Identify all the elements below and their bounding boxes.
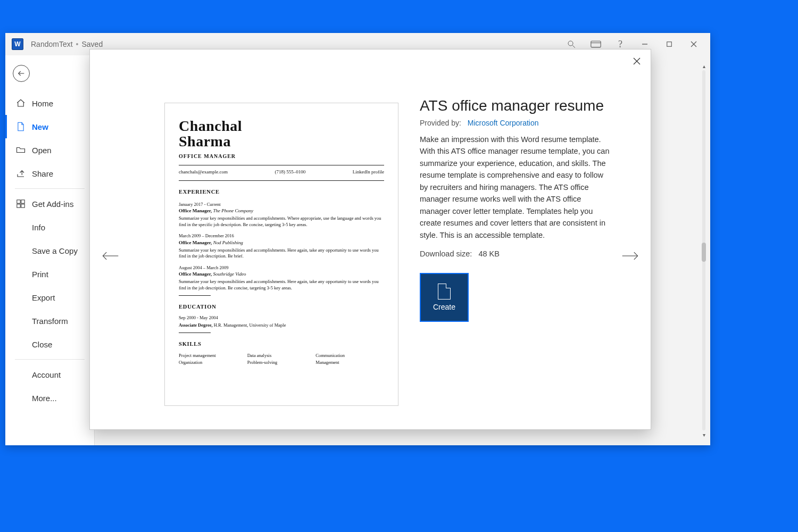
- resume-section-experience: EXPERIENCE: [179, 188, 384, 196]
- resume-skill: Data analysis: [247, 353, 316, 359]
- resume-job-title: Office Manager,: [179, 240, 212, 245]
- resume-skill: Project management: [179, 353, 247, 359]
- backstage-sidebar: Home New Open Share Get Add-ins Info Sav…: [5, 55, 95, 445]
- download-size-value: 48 KB: [478, 250, 500, 258]
- resume-edu-degree: Associate Degree,: [179, 322, 213, 328]
- download-size-label: Download size:: [420, 250, 472, 258]
- sidebar-item-account[interactable]: Account: [5, 363, 94, 386]
- next-template-button[interactable]: [621, 246, 640, 265]
- resume-job-dates: March 2009 – December 2016: [179, 233, 384, 239]
- resume-name-line1: Chanchal: [179, 118, 384, 134]
- resume-section-skills: SKILLS: [179, 340, 384, 348]
- sidebar-item-close[interactable]: Close: [5, 332, 94, 356]
- resume-phone: (718) 555–0100: [275, 169, 306, 175]
- svg-rect-5: [667, 42, 672, 47]
- template-preview-thumbnail: Chanchal Sharma OFFICE MANAGER chanchals…: [164, 103, 398, 406]
- dialog-close-button[interactable]: [629, 54, 644, 69]
- previous-template-button[interactable]: [101, 246, 120, 265]
- sidebar-item-new[interactable]: New: [5, 115, 94, 138]
- sidebar-item-save-copy[interactable]: Save a Copy: [5, 239, 94, 262]
- resume-job-dates: August 2004 – March 2009: [179, 265, 384, 271]
- svg-rect-13: [21, 204, 24, 207]
- titlebar-separator: •: [76, 40, 79, 48]
- sidebar-label-new: New: [32, 122, 48, 131]
- document-name[interactable]: RandomText: [31, 40, 73, 48]
- provided-by-label: Provided by:: [420, 119, 461, 127]
- resume-job: January 2017 - Current Office Manager, T…: [179, 202, 384, 228]
- svg-rect-11: [21, 200, 24, 203]
- resume-job-company: Nod Publishing: [213, 240, 243, 245]
- create-button-label: Create: [433, 303, 455, 311]
- sidebar-item-get-addins[interactable]: Get Add-ins: [5, 192, 94, 215]
- provider-link[interactable]: Microsoft Corporation: [468, 119, 539, 127]
- sidebar-divider: [15, 188, 85, 189]
- resume-name-line2: Sharma: [179, 134, 384, 149]
- resume-job-blurb: Summarize your key responsibilities and …: [179, 215, 384, 228]
- resume-job-title: Office Manager,: [179, 271, 212, 277]
- svg-line-1: [572, 45, 575, 48]
- template-details-panel: ATS office manager resume Provided by: M…: [420, 97, 613, 322]
- maximize-button[interactable]: [657, 33, 681, 55]
- resume-section-education: EDUCATION: [179, 303, 384, 311]
- svg-rect-12: [17, 204, 20, 207]
- svg-point-0: [568, 41, 573, 46]
- sidebar-item-export[interactable]: Export: [5, 286, 94, 309]
- sidebar-item-share[interactable]: Share: [5, 162, 94, 185]
- word-app-icon: W: [12, 38, 23, 50]
- template-title: ATS office manager resume: [420, 97, 613, 114]
- sidebar-label-info: Info: [32, 223, 45, 232]
- scrollbar-thumb[interactable]: [702, 243, 706, 262]
- back-button[interactable]: [13, 65, 30, 82]
- resume-role: OFFICE MANAGER: [179, 153, 384, 160]
- sidebar-label-account: Account: [32, 370, 61, 379]
- save-status: Saved: [82, 40, 103, 48]
- sidebar-item-open[interactable]: Open: [5, 138, 94, 162]
- resume-job: March 2009 – December 2016 Office Manage…: [179, 233, 384, 260]
- sidebar-item-home[interactable]: Home: [5, 92, 94, 115]
- sidebar-item-info[interactable]: Info: [5, 215, 94, 239]
- resume-edu-dates: Sep 2000 - May 2004: [179, 315, 384, 321]
- share-icon: [16, 169, 26, 178]
- close-window-button[interactable]: [681, 33, 706, 55]
- sidebar-divider: [15, 359, 85, 360]
- new-document-icon: [16, 122, 26, 131]
- resume-email: chanchals@example.com: [179, 169, 228, 175]
- resume-skill: Management: [315, 360, 384, 365]
- resume-job-blurb: Summarize your key responsibilities and …: [179, 247, 384, 260]
- sidebar-label-print: Print: [32, 270, 48, 279]
- sidebar-label-home: Home: [32, 99, 53, 108]
- resume-skill: Communication: [315, 353, 384, 359]
- document-icon: [438, 284, 451, 300]
- scroll-up-arrow-icon[interactable]: ▴: [700, 62, 708, 70]
- resume-linkedin: LinkedIn profile: [353, 169, 384, 175]
- resume-job-blurb: Summarize your key responsibilities and …: [179, 279, 384, 291]
- sidebar-label-open: Open: [32, 146, 52, 155]
- create-button[interactable]: Create: [420, 273, 469, 322]
- sidebar-item-print[interactable]: Print: [5, 262, 94, 286]
- resume-job-title: Office Manager,: [179, 208, 212, 213]
- sidebar-label-share: Share: [32, 169, 53, 178]
- svg-rect-10: [17, 200, 20, 203]
- home-icon: [16, 98, 26, 108]
- scroll-down-arrow-icon[interactable]: ▾: [700, 430, 708, 439]
- resume-job: August 2004 – March 2009 Office Manager,…: [179, 265, 384, 292]
- sidebar-item-transform[interactable]: Transform: [5, 309, 94, 332]
- resume-skill: Problem-solving: [247, 360, 316, 365]
- sidebar-label-save-copy: Save a Copy: [32, 246, 78, 255]
- sidebar-label-get-addins: Get Add-ins: [32, 200, 73, 209]
- svg-rect-2: [591, 41, 601, 47]
- sidebar-label-transform: Transform: [32, 317, 68, 326]
- resume-job-dates: January 2017 - Current: [179, 202, 384, 207]
- vertical-scrollbar[interactable]: ▴ ▾: [700, 62, 708, 439]
- resume-skill: Organization: [179, 360, 247, 365]
- sidebar-label-export: Export: [32, 293, 55, 302]
- resume-job-company: The Phone Company: [213, 208, 253, 213]
- sidebar-label-close: Close: [32, 340, 52, 349]
- template-description: Make an impression with this Word resume…: [420, 134, 613, 241]
- resume-edu-school: H.R. Management, University of Maple: [213, 322, 286, 328]
- sidebar-label-more: More...: [32, 394, 57, 403]
- sidebar-item-more[interactable]: More...: [5, 386, 94, 410]
- open-folder-icon: [16, 145, 26, 155]
- template-preview-dialog: Chanchal Sharma OFFICE MANAGER chanchals…: [89, 49, 651, 430]
- addins-icon: [16, 199, 26, 209]
